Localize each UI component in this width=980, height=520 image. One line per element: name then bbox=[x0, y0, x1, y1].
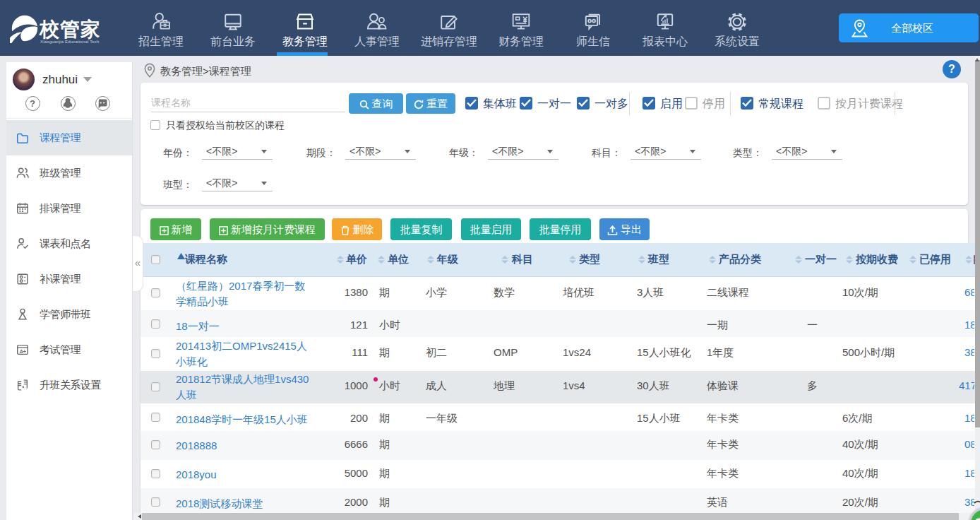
svg-text:A+: A+ bbox=[19, 348, 26, 355]
svg-text:?: ? bbox=[30, 98, 35, 109]
